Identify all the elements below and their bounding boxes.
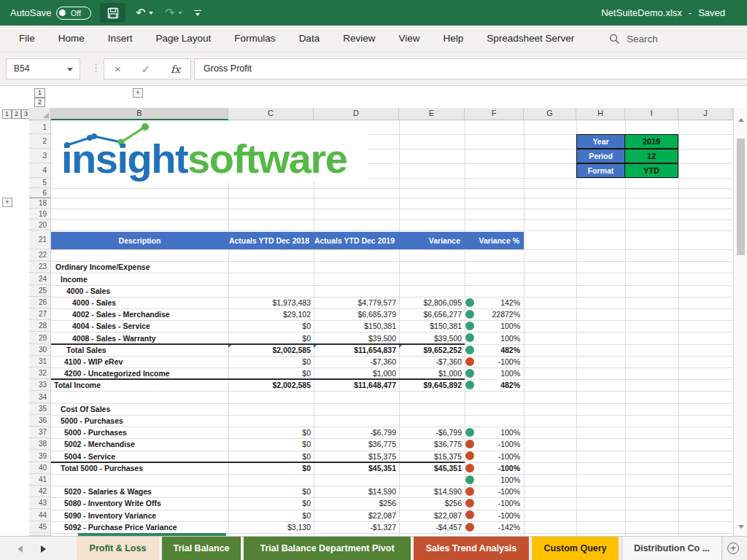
row-header-34[interactable]: 34 xyxy=(29,391,51,402)
cell-actuals-2019[interactable] xyxy=(314,249,399,261)
insert-function-icon[interactable]: fx xyxy=(171,63,180,75)
cell-actuals-2018[interactable]: $0 xyxy=(228,427,314,438)
cell-description[interactable]: Total Income xyxy=(51,379,228,391)
ribbon-tab-spreadsheet-server[interactable]: Spreadsheet Server xyxy=(475,26,586,52)
ribbon-tab-page-layout[interactable]: Page Layout xyxy=(144,26,223,52)
cancel-icon[interactable]: × xyxy=(115,63,121,75)
cell-actuals-2019[interactable] xyxy=(314,415,399,427)
row-header-6[interactable]: 6 xyxy=(29,188,51,198)
row-header-42[interactable]: 42 xyxy=(29,486,51,497)
cell-actuals-2018[interactable]: $0 xyxy=(228,368,314,379)
scroll-down-icon[interactable] xyxy=(738,525,744,529)
row-header-30[interactable]: 30 xyxy=(29,344,51,356)
row-header-38[interactable]: 38 xyxy=(29,438,51,450)
cell-actuals-2018[interactable] xyxy=(228,261,314,273)
cell-description[interactable]: 5090 - Inventory Variance xyxy=(51,509,228,521)
cell-variance[interactable]: $36,775 xyxy=(399,438,465,450)
row-header-1[interactable]: 1 xyxy=(29,120,51,134)
cell-actuals-2019[interactable] xyxy=(314,285,399,297)
cell-description[interactable]: 5002 - Merchandise xyxy=(51,438,228,450)
cell-variance[interactable]: $39,500 xyxy=(399,332,465,343)
cell-variance-pct[interactable]: 100% xyxy=(465,320,524,332)
row-header-20[interactable]: 20 xyxy=(29,219,51,230)
cell-actuals-2018[interactable]: $1,973,483 xyxy=(228,297,314,308)
cell-variance[interactable] xyxy=(399,391,465,402)
cell-actuals-2018[interactable] xyxy=(228,474,314,486)
column-header-F[interactable]: F xyxy=(465,108,524,120)
cell-actuals-2018[interactable]: $2,002,585 xyxy=(228,344,314,356)
ribbon-tab-data[interactable]: Data xyxy=(287,26,332,52)
column-header-E[interactable]: E xyxy=(399,108,465,120)
cell-description[interactable]: Cost Of Sales xyxy=(51,403,228,415)
row-header-40[interactable]: 40 xyxy=(29,462,51,474)
column-header-I[interactable]: I xyxy=(625,108,678,120)
cell-actuals-2018[interactable] xyxy=(228,391,314,402)
row-header-2[interactable]: 2 xyxy=(29,134,51,149)
cell-actuals-2018[interactable]: $29,102 xyxy=(228,308,314,320)
ribbon-tab-view[interactable]: View xyxy=(387,26,431,52)
cell-description[interactable]: Income xyxy=(51,273,228,284)
row-header-5[interactable]: 5 xyxy=(29,178,51,188)
column-header-B[interactable]: B xyxy=(51,108,228,120)
redo-button[interactable]: ↷ xyxy=(160,3,187,23)
row-header-22[interactable]: 22 xyxy=(29,249,51,261)
cell-variance-pct[interactable] xyxy=(465,249,524,261)
select-all-corner[interactable] xyxy=(29,108,51,120)
cell-variance-pct[interactable]: -100% xyxy=(465,509,524,521)
cell-description[interactable]: 5080 - Inventory Write Offs xyxy=(51,497,228,509)
cell-actuals-2018[interactable]: $3,130 xyxy=(228,521,314,533)
cell-actuals-2018[interactable] xyxy=(228,403,314,415)
ribbon-tab-insert[interactable]: Insert xyxy=(96,26,144,52)
cell-actuals-2018[interactable] xyxy=(228,249,314,261)
column-header-J[interactable]: J xyxy=(678,108,733,120)
cell-variance-pct[interactable]: 22872% xyxy=(465,308,524,320)
row-header-28[interactable]: 28 xyxy=(29,320,51,332)
cell-variance-pct[interactable]: -100% xyxy=(465,356,524,368)
sheet-tab-custom-query[interactable]: Custom Query xyxy=(532,537,619,560)
cell-variance[interactable] xyxy=(399,474,465,486)
cell-actuals-2019[interactable]: -$1,327 xyxy=(314,521,399,533)
row-header-29[interactable]: 29 xyxy=(29,332,51,343)
cell-variance[interactable]: $9,652,252 xyxy=(399,344,465,356)
row-header-36[interactable]: 36 xyxy=(29,415,51,427)
cell-description[interactable]: 4002 - Sales - Merchandise xyxy=(51,308,228,320)
cell-description[interactable]: 4008 - Sales - Warranty xyxy=(51,332,228,343)
ribbon-tab-help[interactable]: Help xyxy=(431,26,475,52)
cell-actuals-2019[interactable]: $6,685,379 xyxy=(314,308,399,320)
cell-actuals-2018[interactable]: $0 xyxy=(228,462,314,474)
cell-actuals-2019[interactable]: -$6,799 xyxy=(314,427,399,438)
cell-variance[interactable]: $22,087 xyxy=(399,509,465,521)
row-header-45[interactable]: 45 xyxy=(29,521,51,533)
cell-actuals-2018[interactable] xyxy=(228,285,314,297)
sheet-tab-trial-balance[interactable]: Trial Balance xyxy=(162,537,241,560)
cell-actuals-2019[interactable]: $11,654,837 xyxy=(314,344,399,356)
row-header-24[interactable]: 24 xyxy=(29,273,51,284)
formula-input[interactable]: Gross Profit xyxy=(194,58,747,79)
cell-actuals-2018[interactable]: $2,002,585 xyxy=(228,379,314,391)
cell-actuals-2019[interactable]: $15,375 xyxy=(314,450,399,462)
cell-variance[interactable]: $9,645,892 xyxy=(399,379,465,391)
cell-grid[interactable]: insightsoftware Year2019Period12FormatYT… xyxy=(51,120,733,536)
cell-variance-pct[interactable]: 482% xyxy=(465,344,524,356)
row-header-43[interactable]: 43 xyxy=(29,497,51,509)
ribbon-tab-file[interactable]: File xyxy=(7,26,47,52)
cell-variance[interactable]: -$6,799 xyxy=(399,427,465,438)
row-header-25[interactable]: 25 xyxy=(29,285,51,297)
name-box-dropdown-icon[interactable] xyxy=(67,68,73,71)
row-outline-level-2[interactable]: 2 xyxy=(12,109,21,119)
cell-actuals-2019[interactable]: $36,775 xyxy=(314,438,399,450)
row-header-27[interactable]: 27 xyxy=(29,308,51,320)
cell-actuals-2019[interactable]: $11,648,477 xyxy=(314,379,399,391)
cell-actuals-2019[interactable] xyxy=(314,261,399,273)
row-outline-level-1[interactable]: 1 xyxy=(2,109,12,119)
cell-description[interactable]: 5092 - Purchase Price Variance xyxy=(51,521,228,533)
cell-actuals-2018[interactable]: $0 xyxy=(228,438,314,450)
cell-description[interactable] xyxy=(51,249,228,261)
row-header-23[interactable]: 23 xyxy=(29,261,51,273)
next-sheet-icon[interactable] xyxy=(41,545,46,553)
cell-actuals-2018[interactable]: $0 xyxy=(228,509,314,521)
ribbon-tab-formulas[interactable]: Formulas xyxy=(222,26,287,52)
cell-variance-pct[interactable]: -100% xyxy=(465,438,524,450)
param-value-period[interactable]: 12 xyxy=(625,149,678,163)
cell-actuals-2019[interactable]: $22,087 xyxy=(314,509,399,521)
